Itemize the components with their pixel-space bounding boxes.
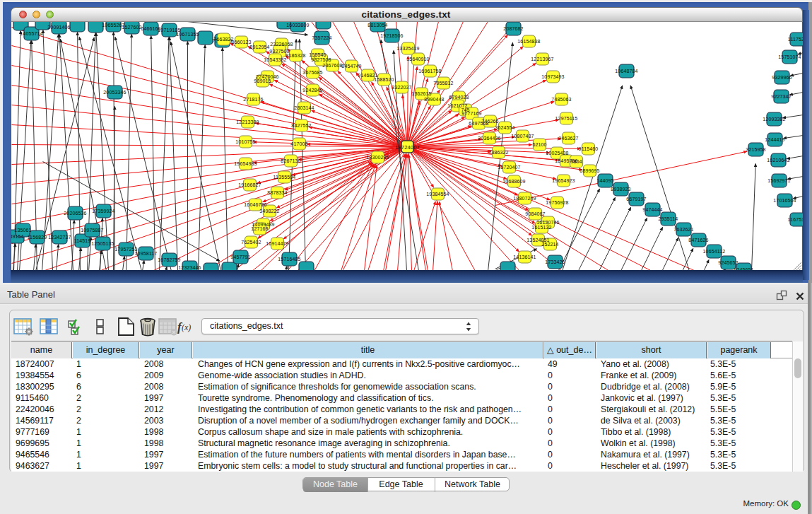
svg-text:19654983: 19654983 xyxy=(234,160,257,165)
svg-text:2803144: 2803144 xyxy=(294,105,314,110)
svg-text:7625402: 7625402 xyxy=(241,239,261,244)
svg-text:12093382: 12093382 xyxy=(763,116,785,121)
svg-text:1156829: 1156829 xyxy=(27,234,47,239)
svg-text:16782759: 16782759 xyxy=(158,257,180,262)
svg-text:15716485: 15716485 xyxy=(278,256,300,261)
svg-text:2718176: 2718176 xyxy=(243,96,263,101)
svg-text:9227342: 9227342 xyxy=(771,93,791,98)
svg-text:20053346: 20053346 xyxy=(103,89,126,94)
svg-text:12213967: 12213967 xyxy=(531,56,553,61)
svg-text:23226058: 23226058 xyxy=(270,41,293,46)
svg-text:1117524: 1117524 xyxy=(787,36,803,41)
svg-text:8878334: 8878334 xyxy=(267,189,287,194)
svg-text:9115460: 9115460 xyxy=(578,146,598,151)
svg-text:16210643: 16210643 xyxy=(767,157,789,162)
svg-text:127169: 127169 xyxy=(251,226,268,230)
svg-text:15640910: 15640910 xyxy=(406,56,429,61)
svg-text:16120746: 16120746 xyxy=(536,219,559,224)
svg-text:135061: 135061 xyxy=(14,227,31,232)
svg-text:8660123: 8660123 xyxy=(231,39,251,44)
svg-text:18300295: 18300295 xyxy=(366,154,389,159)
svg-text:1010755: 1010755 xyxy=(235,139,255,144)
svg-text:1527602: 1527602 xyxy=(122,24,141,29)
svg-text:16154838: 16154838 xyxy=(517,38,540,43)
svg-text:39154: 39154 xyxy=(11,233,24,238)
svg-text:15720407: 15720407 xyxy=(498,164,520,169)
svg-text:155546: 155546 xyxy=(309,52,326,57)
svg-text:10543382: 10543382 xyxy=(264,57,286,62)
svg-text:417008: 417008 xyxy=(290,141,307,146)
svg-text:12323446: 12323446 xyxy=(178,264,201,269)
svg-text:6899695: 6899695 xyxy=(579,168,599,173)
svg-text:10648784: 10648784 xyxy=(615,68,637,73)
svg-text:62100: 62100 xyxy=(532,141,546,146)
svg-text:7955812: 7955812 xyxy=(433,80,453,85)
svg-text:1733426: 1733426 xyxy=(545,259,565,264)
svg-text:8471626: 8471626 xyxy=(688,237,708,242)
svg-text:12505135: 12505135 xyxy=(91,240,114,245)
svg-text:8186328: 8186328 xyxy=(286,52,305,57)
svg-text:19756928: 19756928 xyxy=(546,199,568,204)
svg-text:2935114: 2935114 xyxy=(658,216,678,221)
svg-text:144095: 144095 xyxy=(596,177,613,182)
svg-text:17359924: 17359924 xyxy=(92,208,114,213)
svg-text:11355594: 11355594 xyxy=(273,174,295,179)
svg-text:10973493: 10973493 xyxy=(541,74,564,78)
svg-text:989015: 989015 xyxy=(254,78,271,83)
svg-text:10958117: 10958117 xyxy=(134,250,157,255)
svg-text:8912954: 8912954 xyxy=(249,44,269,49)
svg-text:12342737: 12342737 xyxy=(48,234,71,239)
svg-text:10025438: 10025438 xyxy=(546,150,568,155)
svg-text:20091406: 20091406 xyxy=(47,24,70,29)
svg-text:3675685: 3675685 xyxy=(302,69,322,74)
svg-text:17016504: 17016504 xyxy=(773,197,796,202)
svg-text:15692971: 15692971 xyxy=(767,177,790,182)
svg-text:1244419: 1244419 xyxy=(765,136,784,141)
svg-text:10688609: 10688609 xyxy=(502,178,525,183)
svg-text:10654112: 10654112 xyxy=(702,248,725,253)
svg-text:19654923: 19654923 xyxy=(552,177,575,182)
svg-text:13325419: 13325419 xyxy=(396,45,419,50)
svg-text:19218506: 19218506 xyxy=(380,33,403,37)
svg-text:746266: 746266 xyxy=(481,118,498,123)
svg-text:1167533: 1167533 xyxy=(787,216,803,221)
svg-text:9242848: 9242848 xyxy=(302,87,322,92)
svg-text:16914479: 16914479 xyxy=(266,240,288,245)
svg-text:6794028: 6794028 xyxy=(449,94,469,99)
svg-text:2367608: 2367608 xyxy=(322,62,342,67)
svg-text:7485063: 7485063 xyxy=(551,96,571,101)
svg-text:15751074: 15751074 xyxy=(778,54,801,59)
svg-text:9457791: 9457791 xyxy=(230,254,250,259)
svg-text:14136141: 14136141 xyxy=(513,254,536,259)
svg-text:18724007: 18724007 xyxy=(395,144,420,150)
svg-text:9084067: 9084067 xyxy=(525,211,545,216)
svg-text:9804: 9804 xyxy=(570,158,582,163)
svg-text:19166827: 19166827 xyxy=(238,182,261,187)
svg-text:1588520: 1588520 xyxy=(374,76,394,81)
svg-text:8454749: 8454749 xyxy=(341,63,361,68)
svg-text:3498222: 3498222 xyxy=(259,208,279,213)
svg-text:14055714: 14055714 xyxy=(20,30,42,35)
svg-text:16033809: 16033809 xyxy=(286,22,309,27)
svg-text:9777169: 9777169 xyxy=(461,110,481,115)
svg-text:7632621: 7632621 xyxy=(673,226,693,231)
svg-text:(x): (x) xyxy=(182,322,191,332)
svg-text:9474444: 9474444 xyxy=(642,206,662,211)
svg-text:7357224: 7357224 xyxy=(312,35,331,40)
svg-text:20364436: 20364436 xyxy=(478,135,500,140)
svg-text:7386322: 7386322 xyxy=(488,149,508,154)
svg-text:114519: 114519 xyxy=(73,238,90,243)
svg-text:16046786: 16046786 xyxy=(244,201,266,206)
svg-text:8990448: 8990448 xyxy=(424,96,444,101)
svg-text:9327508: 9327508 xyxy=(311,57,331,62)
svg-text:10975887: 10975887 xyxy=(81,227,103,232)
svg-text:8427552: 8427552 xyxy=(291,122,311,127)
svg-text:252214: 252214 xyxy=(541,241,558,246)
svg-text:3624554: 3624554 xyxy=(495,124,514,129)
svg-text:10807487: 10807487 xyxy=(511,133,534,138)
svg-text:2087682: 2087682 xyxy=(503,25,523,30)
svg-text:9329966: 9329966 xyxy=(772,74,792,79)
svg-text:18807249: 18807249 xyxy=(513,195,536,200)
svg-text:8322037: 8322037 xyxy=(392,84,411,89)
svg-text:6679197: 6679197 xyxy=(626,196,646,201)
